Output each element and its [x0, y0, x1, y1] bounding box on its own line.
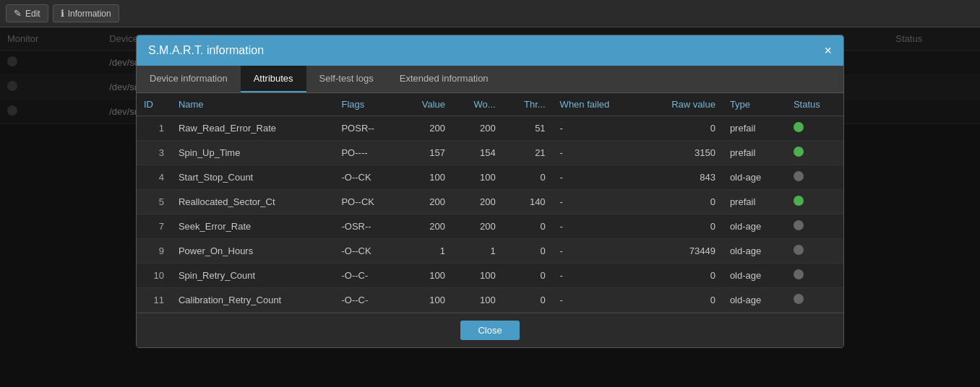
- toolbar: ✎ Edit ℹ Information: [0, 0, 980, 27]
- smart-row: 5 Reallocated_Sector_Ct PO--CK 200 200 1…: [137, 190, 843, 214]
- information-label: Information: [68, 9, 111, 19]
- cell-name: Reallocated_Sector_Ct: [171, 190, 335, 214]
- col-raw-value: Raw value: [642, 93, 723, 116]
- edit-button[interactable]: ✎ Edit: [6, 4, 48, 22]
- cell-status-icon: [786, 264, 843, 288]
- col-name: Name: [171, 93, 335, 116]
- cell-worst: 200: [452, 116, 503, 141]
- cell-raw-value: 0: [642, 264, 723, 288]
- cell-value: 100: [400, 288, 452, 313]
- smart-row: 3 Spin_Up_Time PO---- 157 154 21 - 3150 …: [137, 141, 843, 165]
- cell-type: old-age: [723, 214, 786, 239]
- modal-tabs: Device information Attributes Self-test …: [137, 66, 843, 93]
- cell-thresh: 140: [503, 190, 553, 214]
- cell-name: Raw_Read_Error_Rate: [171, 116, 335, 141]
- edit-icon: ✎: [14, 8, 22, 19]
- col-status: Status: [786, 93, 843, 116]
- cell-id: 4: [137, 165, 171, 190]
- cell-worst: 100: [452, 288, 503, 313]
- cell-flags: PO--CK: [334, 190, 400, 214]
- cell-worst: 1: [452, 239, 503, 264]
- cell-raw-value: 3150: [642, 141, 723, 165]
- cell-raw-value: 843: [642, 165, 723, 190]
- tab-attributes[interactable]: Attributes: [241, 66, 306, 92]
- cell-type: old-age: [723, 288, 786, 313]
- modal-close-button[interactable]: ×: [824, 44, 832, 57]
- cell-type: prefail: [723, 190, 786, 214]
- smart-table-container[interactable]: ID Name Flags Value Wo... Thr... When fa…: [137, 93, 843, 313]
- cell-worst: 200: [452, 190, 503, 214]
- smart-row: 10 Spin_Retry_Count -O--C- 100 100 0 - 0…: [137, 264, 843, 288]
- cell-type: prefail: [723, 141, 786, 165]
- smart-attributes-table: ID Name Flags Value Wo... Thr... When fa…: [137, 93, 843, 313]
- modal-title: S.M.A.R.T. information: [148, 44, 264, 57]
- cell-thresh: 0: [503, 214, 553, 239]
- cell-name: Calibration_Retry_Count: [171, 288, 335, 313]
- information-button[interactable]: ℹ Information: [53, 4, 119, 22]
- cell-value: 100: [400, 165, 452, 190]
- main-content: Monitor Device Model Vendor Serial Num..…: [0, 27, 980, 387]
- col-type: Type: [723, 93, 786, 116]
- smart-row: 7 Seek_Error_Rate -OSR-- 200 200 0 - 0 o…: [137, 214, 843, 239]
- cell-thresh: 0: [503, 288, 553, 313]
- cell-status-icon: [786, 116, 843, 141]
- tab-self-test[interactable]: Self-test logs: [306, 66, 387, 92]
- cell-id: 11: [137, 288, 171, 313]
- cell-name: Power_On_Hours: [171, 239, 335, 264]
- cell-flags: PO----: [334, 141, 400, 165]
- cell-id: 5: [137, 190, 171, 214]
- edit-label: Edit: [25, 9, 40, 19]
- col-value: Value: [400, 93, 452, 116]
- cell-raw-value: 0: [642, 116, 723, 141]
- cell-thresh: 51: [503, 116, 553, 141]
- close-button[interactable]: Close: [460, 321, 519, 340]
- cell-worst: 100: [452, 165, 503, 190]
- cell-value: 200: [400, 116, 452, 141]
- cell-value: 157: [400, 141, 452, 165]
- cell-when-failed: -: [553, 116, 642, 141]
- cell-when-failed: -: [553, 288, 642, 313]
- cell-worst: 154: [452, 141, 503, 165]
- cell-id: 10: [137, 264, 171, 288]
- cell-value: 200: [400, 214, 452, 239]
- cell-name: Spin_Up_Time: [171, 141, 335, 165]
- cell-status-icon: [786, 239, 843, 264]
- cell-id: 1: [137, 116, 171, 141]
- cell-raw-value: 0: [642, 190, 723, 214]
- cell-name: Spin_Retry_Count: [171, 264, 335, 288]
- cell-type: prefail: [723, 116, 786, 141]
- modal-header: S.M.A.R.T. information ×: [137, 35, 843, 66]
- col-thresh: Thr...: [503, 93, 553, 116]
- cell-raw-value: 0: [642, 214, 723, 239]
- cell-when-failed: -: [553, 264, 642, 288]
- tab-device-info[interactable]: Device information: [137, 66, 241, 92]
- cell-flags: POSR--: [334, 116, 400, 141]
- smart-row: 9 Power_On_Hours -O--CK 1 1 0 - 73449 ol…: [137, 239, 843, 264]
- smart-row: 11 Calibration_Retry_Count -O--C- 100 10…: [137, 288, 843, 313]
- cell-value: 200: [400, 190, 452, 214]
- cell-flags: -O--CK: [334, 165, 400, 190]
- smart-modal: S.M.A.R.T. information × Device informat…: [136, 35, 844, 348]
- cell-name: Start_Stop_Count: [171, 165, 335, 190]
- cell-thresh: 0: [503, 264, 553, 288]
- cell-flags: -O--C-: [334, 264, 400, 288]
- cell-worst: 200: [452, 214, 503, 239]
- modal-overlay: S.M.A.R.T. information × Device informat…: [0, 27, 980, 387]
- cell-status-icon: [786, 214, 843, 239]
- smart-row: 1 Raw_Read_Error_Rate POSR-- 200 200 51 …: [137, 116, 843, 141]
- cell-when-failed: -: [553, 214, 642, 239]
- cell-raw-value: 73449: [642, 239, 723, 264]
- cell-flags: -OSR--: [334, 214, 400, 239]
- tab-extended[interactable]: Extended information: [387, 66, 502, 92]
- cell-when-failed: -: [553, 141, 642, 165]
- cell-thresh: 0: [503, 239, 553, 264]
- col-when-failed: When failed: [553, 93, 642, 116]
- cell-status-icon: [786, 190, 843, 214]
- smart-row: 4 Start_Stop_Count -O--CK 100 100 0 - 84…: [137, 165, 843, 190]
- cell-id: 9: [137, 239, 171, 264]
- col-flags: Flags: [334, 93, 400, 116]
- cell-type: old-age: [723, 239, 786, 264]
- modal-footer: Close: [137, 313, 843, 347]
- cell-flags: -O--CK: [334, 239, 400, 264]
- cell-name: Seek_Error_Rate: [171, 214, 335, 239]
